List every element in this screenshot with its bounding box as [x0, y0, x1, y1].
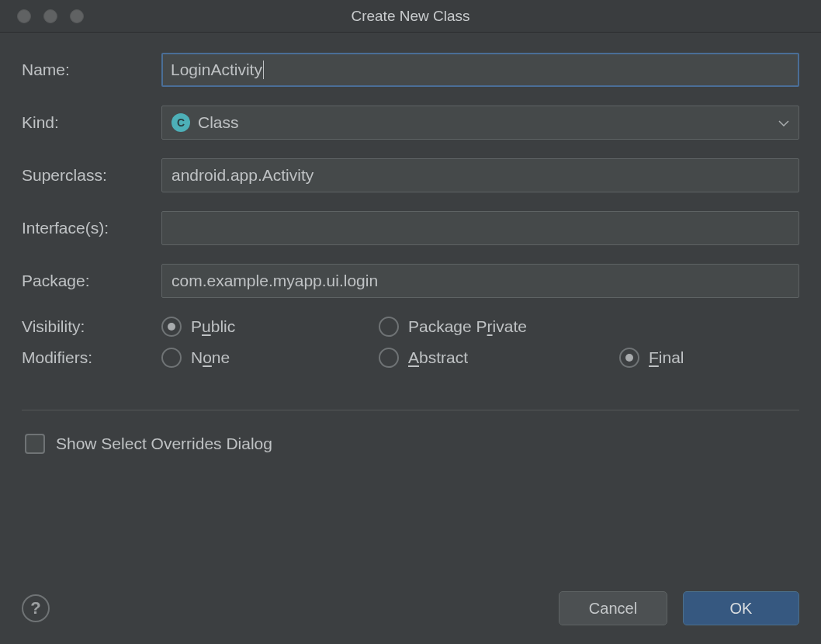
modifiers-final-radio[interactable]: Final: [619, 348, 799, 368]
modifiers-final-label: Final: [649, 348, 684, 367]
name-input-value: LoginActivity: [171, 61, 262, 79]
class-icon: C: [171, 113, 190, 132]
label-interfaces: Interface(s):: [22, 219, 161, 237]
ok-button[interactable]: OK: [683, 591, 799, 625]
show-overrides-checkbox[interactable]: Show Select Overrides Dialog: [22, 434, 799, 454]
checkbox-icon: [25, 434, 45, 454]
help-icon: ?: [30, 598, 40, 618]
row-kind: Kind: C Class: [22, 106, 799, 140]
modifiers-abstract-radio[interactable]: Abstract: [379, 348, 619, 368]
radio-icon: [619, 348, 639, 368]
package-input[interactable]: [161, 264, 799, 298]
cancel-button[interactable]: Cancel: [559, 591, 667, 625]
window-controls: [0, 9, 84, 23]
visibility-public-radio[interactable]: Public: [161, 317, 379, 337]
modifiers-none-label: None: [191, 348, 230, 367]
label-kind: Kind:: [22, 113, 161, 132]
dialog-footer: ? Cancel OK: [0, 591, 821, 644]
label-superclass: Superclass:: [22, 166, 161, 185]
show-overrides-label: Show Select Overrides Dialog: [56, 435, 272, 453]
name-input[interactable]: LoginActivity: [161, 53, 799, 87]
row-interfaces: Interface(s):: [22, 211, 799, 245]
text-caret-icon: [263, 61, 264, 79]
row-package: Package:: [22, 264, 799, 298]
radio-icon: [379, 317, 399, 337]
modifiers-none-radio[interactable]: None: [161, 348, 379, 368]
dialog-window: Create New Class Name: LoginActivity Kin…: [0, 0, 821, 644]
visibility-package-private-label: Package Private: [408, 317, 527, 336]
dialog-content: Name: LoginActivity Kind: C Class Superc…: [0, 33, 821, 591]
label-package: Package:: [22, 272, 161, 290]
modifiers-radio-group: None Abstract Final: [161, 348, 799, 368]
divider: [22, 410, 799, 410]
label-visibility: Visibility:: [22, 317, 161, 336]
visibility-package-private-radio[interactable]: Package Private: [379, 317, 619, 337]
modifiers-abstract-label: Abstract: [408, 348, 468, 367]
visibility-radio-group: Public Package Private: [161, 317, 799, 337]
minimize-window-icon[interactable]: [43, 9, 57, 23]
help-button[interactable]: ?: [22, 594, 50, 622]
radio-icon: [161, 317, 182, 337]
zoom-window-icon[interactable]: [70, 9, 84, 23]
radio-icon: [161, 348, 182, 368]
row-modifiers: Modifiers: None Abstract Final: [22, 348, 799, 368]
radio-icon: [379, 348, 399, 368]
kind-dropdown[interactable]: C Class: [161, 106, 799, 140]
superclass-input[interactable]: [161, 158, 799, 192]
close-window-icon[interactable]: [17, 9, 31, 23]
row-name: Name: LoginActivity: [22, 53, 799, 87]
row-superclass: Superclass:: [22, 158, 799, 192]
visibility-public-label: Public: [191, 317, 235, 336]
label-name: Name:: [22, 61, 161, 79]
interfaces-input[interactable]: [161, 211, 799, 245]
label-modifiers: Modifiers:: [22, 348, 161, 367]
chevron-down-icon: [778, 116, 789, 130]
titlebar: Create New Class: [0, 0, 821, 33]
row-visibility: Visibility: Public Package Private: [22, 317, 799, 337]
window-title: Create New Class: [0, 8, 821, 25]
kind-dropdown-value: Class: [198, 113, 778, 132]
